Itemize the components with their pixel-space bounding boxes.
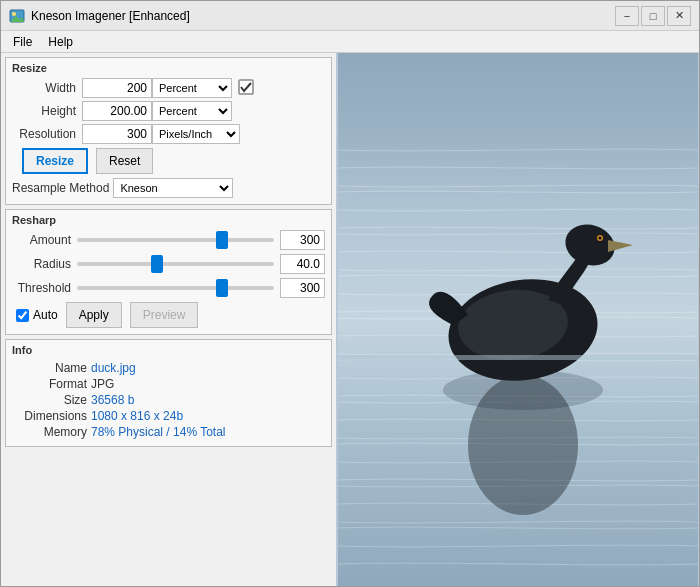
resize-section: Resize Width Percent Pixels Inches Centi… (5, 57, 332, 205)
radius-label: Radius (12, 257, 77, 271)
link-icon (238, 79, 254, 98)
threshold-slider[interactable] (77, 286, 274, 290)
menu-bar: File Help (1, 31, 699, 53)
width-input[interactable] (82, 78, 152, 98)
resharp-section: Resharp Amount Radius (5, 209, 332, 335)
maximize-button[interactable]: □ (641, 6, 665, 26)
info-format-row: Format JPG (12, 376, 325, 392)
threshold-label: Threshold (12, 281, 77, 295)
menu-file[interactable]: File (5, 33, 40, 51)
apply-button[interactable]: Apply (66, 302, 122, 328)
resample-label: Resample Method (12, 181, 109, 195)
info-memory-row: Memory 78% Physical / 14% Total (12, 424, 325, 440)
threshold-row: Threshold (12, 278, 325, 298)
resize-button[interactable]: Resize (22, 148, 88, 174)
window-controls: − □ ✕ (615, 6, 691, 26)
amount-row: Amount (12, 230, 325, 250)
info-size-row: Size 36568 b (12, 392, 325, 408)
window-title: Kneson Imagener [Enhanced] (31, 9, 190, 23)
aspect-ratio-lock[interactable] (238, 80, 254, 96)
main-window: Kneson Imagener [Enhanced] − □ ✕ File He… (0, 0, 700, 587)
amount-label: Amount (12, 233, 77, 247)
radius-row: Radius (12, 254, 325, 274)
info-size-label: Size (12, 393, 87, 407)
minimize-button[interactable]: − (615, 6, 639, 26)
width-unit-select[interactable]: Percent Pixels Inches Centimeters (152, 78, 232, 98)
info-dimensions-value: 1080 x 816 x 24b (91, 409, 183, 423)
resample-row: Resample Method Kneson Bicubic Bilinear … (12, 178, 325, 198)
info-name-row: Name duck.jpg (12, 360, 325, 376)
resolution-label: Resolution (12, 127, 82, 141)
height-unit-select[interactable]: Percent Pixels Inches Centimeters (152, 101, 232, 121)
radius-value[interactable] (280, 254, 325, 274)
height-label: Height (12, 104, 82, 118)
info-memory-value: 78% Physical / 14% Total (91, 425, 226, 439)
amount-value[interactable] (280, 230, 325, 250)
radius-slider[interactable] (77, 262, 274, 266)
resolution-row: Resolution Pixels/Inch Pixels/cm (12, 124, 325, 144)
resolution-unit-select[interactable]: Pixels/Inch Pixels/cm (152, 124, 240, 144)
height-row: Height Percent Pixels Inches Centimeters (12, 101, 325, 121)
info-dimensions-label: Dimensions (12, 409, 87, 423)
auto-checkbox-group: Auto (16, 308, 58, 322)
app-icon (9, 8, 25, 24)
info-memory-label: Memory (12, 425, 87, 439)
info-format-label: Format (12, 377, 87, 391)
auto-checkbox[interactable] (16, 309, 29, 322)
info-title: Info (12, 344, 325, 356)
reset-button[interactable]: Reset (96, 148, 153, 174)
resolution-input[interactable] (82, 124, 152, 144)
resize-title: Resize (12, 62, 325, 74)
info-name-value: duck.jpg (91, 361, 136, 375)
image-preview-panel (336, 53, 699, 586)
info-format-value: JPG (91, 377, 114, 391)
resharp-bottom: Auto Apply Preview (12, 302, 325, 328)
width-row: Width Percent Pixels Inches Centimeters (12, 78, 325, 98)
threshold-slider-container (77, 278, 274, 298)
auto-label[interactable]: Auto (33, 308, 58, 322)
resize-buttons: Resize Reset (12, 148, 325, 174)
preview-button[interactable]: Preview (130, 302, 199, 328)
title-bar-left: Kneson Imagener [Enhanced] (9, 8, 190, 24)
width-label: Width (12, 81, 82, 95)
duck-preview-canvas (338, 53, 698, 586)
amount-slider[interactable] (77, 238, 274, 242)
threshold-value[interactable] (280, 278, 325, 298)
left-panel: Resize Width Percent Pixels Inches Centi… (1, 53, 336, 586)
info-section: Info Name duck.jpg Format JPG Size 36568… (5, 339, 332, 447)
resharp-title: Resharp (12, 214, 325, 226)
info-name-label: Name (12, 361, 87, 375)
content-area: Resize Width Percent Pixels Inches Centi… (1, 53, 699, 586)
radius-slider-container (77, 254, 274, 274)
amount-slider-container (77, 230, 274, 250)
info-dimensions-row: Dimensions 1080 x 816 x 24b (12, 408, 325, 424)
title-bar: Kneson Imagener [Enhanced] − □ ✕ (1, 1, 699, 31)
close-button[interactable]: ✕ (667, 6, 691, 26)
svg-point-1 (12, 12, 16, 16)
height-input[interactable] (82, 101, 152, 121)
resample-select[interactable]: Kneson Bicubic Bilinear Nearest Neighbor (113, 178, 233, 198)
menu-help[interactable]: Help (40, 33, 81, 51)
info-size-value: 36568 b (91, 393, 134, 407)
